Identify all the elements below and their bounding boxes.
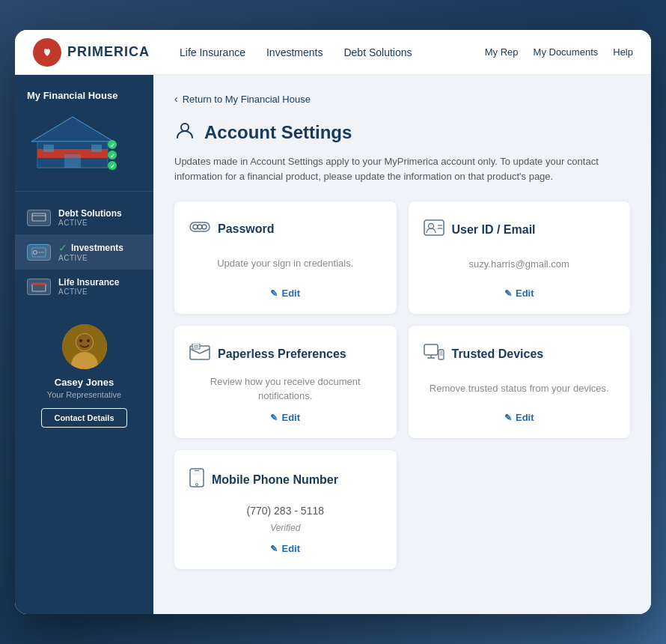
svg-point-16 — [34, 250, 37, 254]
primerica-logo-icon — [33, 38, 61, 67]
svg-rect-5 — [91, 145, 102, 152]
nav-debt-solutions[interactable]: Debt Solutions — [343, 46, 412, 58]
svg-point-47 — [196, 484, 198, 486]
cards-grid: Password Update your sign in credentials… — [174, 201, 630, 569]
investments-check: ✓ — [58, 242, 67, 254]
sidebar: My Financial House — [15, 75, 153, 614]
house-illustration: ✓ ✓ ✓ — [15, 113, 153, 188]
svg-text:✓: ✓ — [110, 142, 115, 149]
trusted-devices-card-title: Trusted Devices — [452, 347, 544, 361]
logo-area: PRIMERICA — [33, 38, 150, 67]
user-id-icon — [424, 219, 444, 240]
password-icon — [189, 219, 210, 239]
svg-rect-19 — [32, 282, 46, 285]
mobile-phone-number: (770) 283 - 5118 — [246, 504, 324, 519]
svg-point-26 — [181, 124, 189, 131]
sidebar-item-info: Debt Solutions ACTIVE — [58, 208, 122, 227]
svg-rect-6 — [64, 154, 81, 168]
sidebar-item-name-life: Life Insurance — [58, 277, 119, 288]
svg-point-29 — [202, 225, 207, 229]
paperless-edit-button[interactable]: ✎ Edit — [270, 412, 300, 423]
breadcrumb[interactable]: ‹ Return to My Financial House — [174, 93, 630, 105]
trusted-devices-card-desc: Remove trusted status from your devices. — [430, 372, 609, 406]
browser-window: PRIMERICA Life Insurance Investments Deb… — [15, 30, 651, 614]
password-card-desc: Update your sign in credentials. — [217, 246, 353, 282]
user-id-card-header: User ID / Email — [424, 219, 536, 240]
user-id-email-card: User ID / Email suzy.harris@gmail.com ✎ … — [409, 201, 631, 314]
paperless-card-desc: Review how you receive document notifica… — [189, 372, 382, 406]
sidebar-item-status-debt: ACTIVE — [58, 219, 122, 227]
trusted-devices-card: Trusted Devices Remove trusted status fr… — [409, 326, 631, 438]
sidebar-item-info-inv: ✓ Investments ACTIVE — [58, 242, 123, 262]
contact-details-button[interactable]: Contact Details — [41, 408, 126, 428]
user-id-edit-label: Edit — [516, 288, 534, 299]
sidebar-item-investments[interactable]: ✓ Investments ACTIVE — [15, 234, 153, 270]
svg-rect-39 — [424, 344, 438, 355]
nav-life-insurance[interactable]: Life Insurance — [180, 46, 245, 58]
mobile-edit-label: Edit — [281, 543, 300, 554]
nav-my-rep[interactable]: My Rep — [485, 46, 519, 58]
nav-help[interactable]: Help — [613, 46, 633, 58]
password-card: Password Update your sign in credentials… — [174, 201, 397, 314]
sidebar-item-info-life: Life Insurance ACTIVE — [58, 277, 119, 296]
mobile-pencil-icon: ✎ — [270, 544, 278, 554]
nav-right: My Rep My Documents Help — [485, 46, 633, 58]
paperless-pencil-icon: ✎ — [270, 413, 278, 423]
password-edit-button[interactable]: ✎ Edit — [270, 288, 300, 299]
debt-solutions-icon — [27, 210, 51, 226]
nav-my-documents[interactable]: My Documents — [534, 46, 599, 58]
mobile-edit-button[interactable]: ✎ Edit — [270, 543, 300, 554]
trusted-devices-pencil-icon: ✎ — [504, 413, 512, 423]
svg-marker-1 — [31, 117, 114, 142]
sidebar-item-name-investments: Investments — [71, 243, 123, 253]
svg-point-27 — [193, 225, 198, 229]
svg-rect-4 — [43, 145, 54, 152]
page-title: Account Settings — [204, 122, 352, 143]
paperless-icon — [189, 344, 210, 365]
user-id-card-title: User ID / Email — [452, 223, 536, 237]
password-pencil-icon: ✎ — [270, 288, 278, 299]
logo-text: PRIMERICA — [67, 44, 150, 60]
mobile-card-header: Mobile Phone Number — [189, 468, 338, 492]
user-id-pencil-icon: ✎ — [504, 288, 512, 299]
paperless-card-header: Paperless Preferences — [189, 344, 346, 365]
user-id-card-desc: suzy.harris@gmail.com — [469, 248, 569, 282]
trusted-devices-edit-button[interactable]: ✎ Edit — [504, 412, 534, 423]
nav-links: Life Insurance Investments Debt Solution… — [180, 46, 485, 58]
sidebar-item-status-life: ACTIVE — [58, 288, 119, 296]
sidebar-item-status-investments: ACTIVE — [58, 254, 123, 262]
password-card-title: Password — [218, 222, 275, 236]
trusted-devices-edit-label: Edit — [516, 412, 534, 423]
svg-point-24 — [79, 339, 82, 342]
paperless-edit-label: Edit — [281, 412, 300, 423]
sidebar-item-life-insurance[interactable]: Life Insurance ACTIVE — [15, 270, 153, 303]
svg-text:✓: ✓ — [110, 163, 115, 170]
paperless-card-title: Paperless Preferences — [218, 347, 346, 361]
top-nav: PRIMERICA Life Insurance Investments Deb… — [15, 30, 651, 75]
mobile-card-title: Mobile Phone Number — [212, 473, 338, 487]
svg-rect-46 — [190, 469, 204, 487]
nav-investments[interactable]: Investments — [266, 46, 323, 58]
mobile-phone-icon — [189, 468, 204, 492]
content-area: ‹ Return to My Financial House Account S… — [153, 75, 651, 614]
page-header: Account Settings — [174, 120, 630, 145]
breadcrumb-text: Return to My Financial House — [183, 94, 311, 105]
svg-rect-31 — [424, 220, 444, 235]
rep-title: Your Representative — [47, 390, 121, 399]
main-layout: My Financial House — [15, 75, 651, 614]
investments-icon — [27, 244, 51, 261]
sidebar-title: My Financial House — [15, 90, 153, 113]
account-settings-icon — [174, 120, 195, 145]
svg-rect-13 — [32, 213, 46, 221]
sidebar-item-debt-solutions[interactable]: Debt Solutions ACTIVE — [15, 201, 153, 234]
mobile-verified-text: Verified — [270, 522, 300, 535]
paperless-card: Paperless Preferences Review how you rec… — [174, 326, 397, 438]
trusted-devices-icon — [424, 344, 444, 365]
password-edit-label: Edit — [281, 288, 300, 299]
password-card-header: Password — [189, 219, 275, 239]
svg-point-25 — [87, 339, 90, 342]
trusted-devices-card-header: Trusted Devices — [424, 344, 544, 365]
svg-point-23 — [76, 334, 93, 350]
life-insurance-icon — [27, 279, 51, 295]
user-id-edit-button[interactable]: ✎ Edit — [504, 288, 534, 299]
